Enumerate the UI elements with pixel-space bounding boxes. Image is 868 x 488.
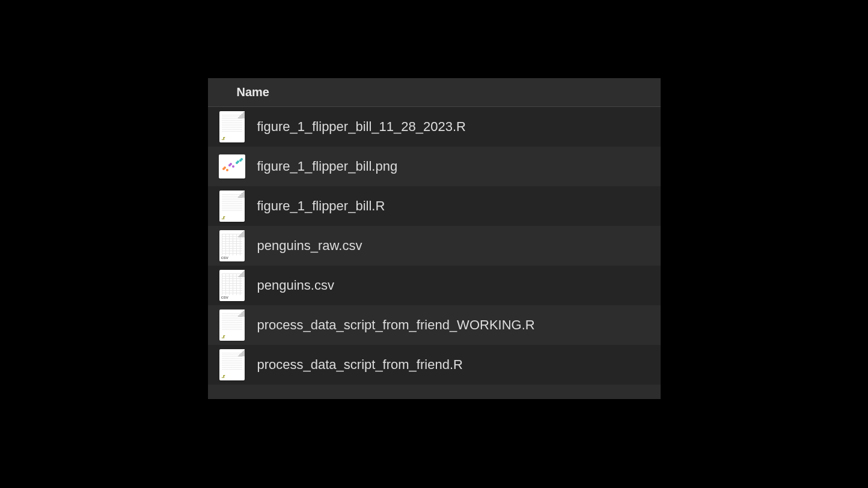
file-name-label: process_data_script_from_friend.R: [257, 357, 463, 373]
file-row[interactable]: penguins.csv: [208, 266, 661, 305]
file-row[interactable]: figure_1_flipper_bill_11_28_2023.R: [208, 107, 661, 147]
r-file-icon: [219, 190, 245, 222]
column-header-name[interactable]: Name: [237, 85, 269, 99]
file-name-label: figure_1_flipper_bill.R: [257, 198, 385, 214]
file-name-label: process_data_script_from_friend_WORKING.…: [257, 317, 535, 333]
bottom-spacer: [208, 385, 661, 399]
r-file-icon: [219, 349, 245, 381]
png-file-icon: [219, 150, 245, 183]
r-file-icon: [219, 111, 245, 143]
file-row[interactable]: penguins_raw.csv: [208, 226, 661, 266]
file-name-label: penguins_raw.csv: [257, 238, 362, 254]
file-name-label: penguins.csv: [257, 278, 334, 293]
file-name-label: figure_1_flipper_bill.png: [257, 159, 398, 174]
file-list-panel: Name figure_1_flipper_bill_11_28_2023.R …: [208, 78, 661, 399]
column-header-row[interactable]: Name: [208, 78, 661, 107]
r-file-icon: [219, 309, 245, 341]
csv-file-icon: [219, 230, 245, 262]
file-row[interactable]: figure_1_flipper_bill.R: [208, 186, 661, 226]
csv-file-icon: [219, 269, 245, 302]
file-row[interactable]: process_data_script_from_friend_WORKING.…: [208, 305, 661, 345]
file-row[interactable]: figure_1_flipper_bill.png: [208, 147, 661, 186]
file-name-label: figure_1_flipper_bill_11_28_2023.R: [257, 119, 466, 135]
file-row[interactable]: process_data_script_from_friend.R: [208, 345, 661, 385]
